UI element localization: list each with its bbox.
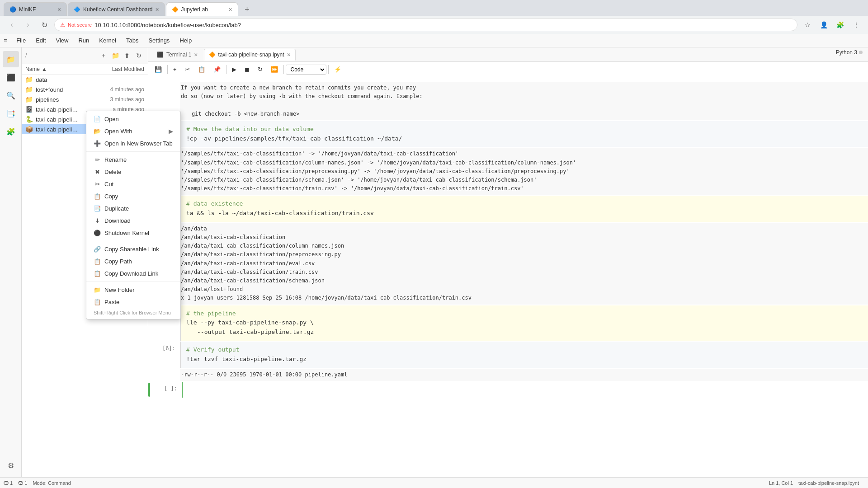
forward-button[interactable]: › xyxy=(22,19,34,31)
error-status[interactable]: ⓶ 1 xyxy=(18,480,27,486)
commands-activity-icon[interactable]: 🔍 xyxy=(3,87,19,103)
minikf-tab-close[interactable]: × xyxy=(57,6,61,13)
reload-button[interactable]: ↻ xyxy=(38,19,51,31)
app-logo: ≡ xyxy=(4,37,7,44)
open-with-icon: 📂 xyxy=(94,128,101,135)
copy-cell-button[interactable]: 📋 xyxy=(194,64,209,75)
context-menu-rename[interactable]: ✏ Rename xyxy=(86,154,180,166)
cell-code-3[interactable]: # Move the data into our data volume !cp… xyxy=(180,121,868,147)
cell-content[interactable]: If you want to create a new branch to re… xyxy=(180,82,868,120)
kubeflow-favicon: 🔷 xyxy=(74,6,80,13)
name-column-header[interactable]: Name ▲ xyxy=(25,66,81,72)
menu-file[interactable]: File xyxy=(12,35,30,46)
command-palette-button[interactable]: ⚡ xyxy=(330,64,345,75)
branch-status[interactable]: ⓵ 1 xyxy=(4,480,13,486)
extensions-button[interactable]: 🧩 xyxy=(834,19,846,31)
cell-hl2-content: # the pipeline lle --py taxi-cab-pipelin… xyxy=(180,305,868,341)
new-tab-button[interactable]: + xyxy=(241,3,254,16)
toolbar-sep-4 xyxy=(328,65,329,74)
bookmark-button[interactable]: ☆ xyxy=(801,19,814,31)
context-menu-new-folder[interactable]: 📁 New Folder xyxy=(86,284,180,296)
browser-tab-kubeflow[interactable]: 🔷 Kubeflow Central Dashboard × xyxy=(68,2,165,16)
sort-icon: ▲ xyxy=(42,66,47,72)
context-menu-duplicate[interactable]: 📑 Duplicate xyxy=(86,202,180,215)
notebook-tab-close[interactable]: × xyxy=(287,51,291,58)
context-menu-paste[interactable]: 📋 Paste xyxy=(86,296,180,308)
context-menu-shutdown-kernel[interactable]: ⚫ Shutdown Kernel xyxy=(86,227,180,239)
settings-activity-icon[interactable]: ⚙ xyxy=(3,457,19,474)
python-label: Python 3 xyxy=(836,49,857,56)
insert-cell-button[interactable]: + xyxy=(170,64,180,75)
file-item-data[interactable]: 📁 data xyxy=(22,75,148,84)
menu-bar: ≡ File Edit View Run Kernel Tabs Setting… xyxy=(0,34,868,47)
lock-icon: ⚠ xyxy=(60,22,65,28)
file-item-pipelines[interactable]: 📁 pipelines 3 minutes ago xyxy=(22,94,148,104)
code6-line-2: !tar tzvf taxi-cab-pipeline.tar.gz xyxy=(186,355,863,364)
file-name: lost+found xyxy=(36,86,81,93)
context-menu-delete[interactable]: ✖ Delete xyxy=(86,166,180,178)
context-menu-copy[interactable]: 📋 Copy xyxy=(86,190,180,202)
open-browser-icon: ➕ xyxy=(94,140,101,147)
cell-code-active[interactable] xyxy=(182,382,868,398)
extensions-activity-icon[interactable]: 🧩 xyxy=(3,123,19,140)
separator-3 xyxy=(86,282,180,282)
jupyter-tab-close[interactable]: × xyxy=(228,6,232,13)
menu-help[interactable]: Help xyxy=(175,35,196,46)
upload-button[interactable]: ⬆ xyxy=(122,50,132,61)
profile-button[interactable]: 👤 xyxy=(817,19,830,31)
cell-code-6[interactable]: # Verify output !tar tzvf taxi-cab-pipel… xyxy=(180,342,868,368)
cut-cell-button[interactable]: ✂ xyxy=(181,64,193,75)
context-menu-open[interactable]: 📄 Open xyxy=(86,113,180,125)
open-icon: 📄 xyxy=(94,116,101,122)
address-bar[interactable]: ⚠ Not secure 10.10.10.10:8080/notebook/k… xyxy=(54,19,797,31)
run-button[interactable]: ▶ xyxy=(228,64,240,75)
toolbar-sep-3 xyxy=(283,65,284,74)
url-text: 10.10.10.10:8080/notebook/kubeflow-user/… xyxy=(94,22,792,28)
menu-edit[interactable]: Edit xyxy=(31,35,50,46)
paste-cell-button[interactable]: 📌 xyxy=(210,64,224,75)
browser-tab-jupyterlab[interactable]: 🔶 JupyterLab × xyxy=(166,2,238,16)
python-icon: 🐍 xyxy=(25,116,33,123)
save-button[interactable]: 💾 xyxy=(151,64,165,75)
tar-line-1: -rw-r--r-- 0/0 23695 1970-01-01 00:00 pi… xyxy=(181,371,868,379)
jupyter-favicon: 🔶 xyxy=(172,6,179,13)
refresh-button[interactable]: ↻ xyxy=(133,50,144,61)
context-menu-copy-path[interactable]: 📋 Copy Path xyxy=(86,255,180,267)
menu-view[interactable]: View xyxy=(52,35,73,46)
menu-tabs[interactable]: Tabs xyxy=(122,35,143,46)
context-menu-copy-shareable[interactable]: 🔗 Copy Shareable Link xyxy=(86,243,180,255)
restart-button[interactable]: ↻ xyxy=(254,64,266,75)
menu-run[interactable]: Run xyxy=(74,35,94,46)
context-menu-open-with[interactable]: 📂 Open With ▶ xyxy=(86,125,180,137)
delete-icon: ✖ xyxy=(94,169,101,175)
terminal-tab-close[interactable]: × xyxy=(194,51,198,58)
stop-button[interactable]: ◼ xyxy=(241,64,253,75)
tab-terminal[interactable]: ⬛ Terminal 1 × xyxy=(152,49,203,61)
file-item-lost-found[interactable]: 📁 lost+found 4 minutes ago xyxy=(22,84,148,94)
open-browser-label: Open in New Browser Tab xyxy=(104,140,173,147)
tab-notebook[interactable]: 🔶 taxi-cab-pipeline-snap.ipynt × xyxy=(204,49,296,61)
new-file-button[interactable]: + xyxy=(98,50,109,61)
files-activity-icon[interactable]: 📁 xyxy=(3,51,19,67)
terminal-tab-label: Terminal 1 xyxy=(166,52,191,58)
kubeflow-tab-close[interactable]: × xyxy=(155,6,159,13)
menu-kernel[interactable]: Kernel xyxy=(94,35,121,46)
restart-run-all-button[interactable]: ⏩ xyxy=(267,64,282,75)
output-line-4: git checkout -b <new-branch-name> xyxy=(192,110,868,118)
back-button[interactable]: ‹ xyxy=(5,19,18,31)
context-menu-open-browser[interactable]: ➕ Open in New Browser Tab xyxy=(86,137,180,150)
context-menu-copy-download-link[interactable]: 📋 Copy Download Link xyxy=(86,267,180,280)
menu-button[interactable]: ⋮ xyxy=(850,19,863,31)
running-activity-icon[interactable]: ⬛ xyxy=(3,69,19,85)
context-menu-cut[interactable]: ✂ Cut xyxy=(86,178,180,190)
cell-prompt-6: [6]: xyxy=(148,342,180,368)
cell-6: [6]: # Verify output !tar tzvf taxi-cab-… xyxy=(148,342,868,368)
context-menu-download[interactable]: ⬇ Download xyxy=(86,215,180,227)
ls-line-1: /an/data xyxy=(181,225,868,233)
copy-shareable-label: Copy Shareable Link xyxy=(104,246,173,253)
browser-tab-minikf[interactable]: 🔵 MiniKF × xyxy=(4,2,67,16)
new-folder-button[interactable]: 📁 xyxy=(110,50,121,61)
tabs-activity-icon[interactable]: 📑 xyxy=(3,105,19,122)
menu-settings[interactable]: Settings xyxy=(144,35,174,46)
cell-type-select[interactable]: Code Markdown Raw xyxy=(286,65,326,75)
